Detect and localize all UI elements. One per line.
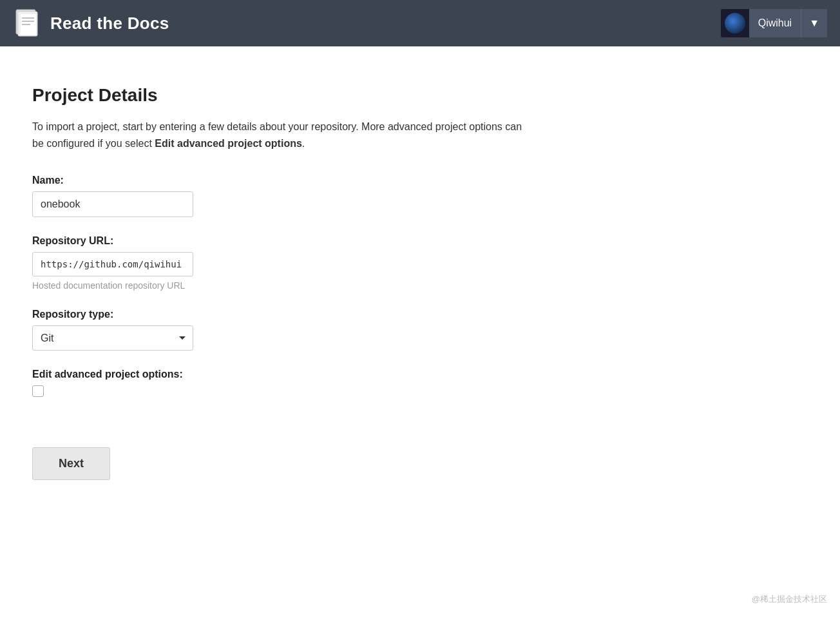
name-label: Name: [32,175,548,186]
repo-type-select[interactable]: Git Mercurial Subversion Bazaar [32,325,193,351]
repo-type-select-wrapper: Git Mercurial Subversion Bazaar [32,325,193,351]
username-button[interactable]: Qiwihui [749,9,801,37]
brand: Read the Docs [13,7,169,39]
advanced-options-label: Edit advanced project options: [32,369,548,380]
description-part2: . [302,138,305,149]
user-menu[interactable]: Qiwihui ▼ [721,9,827,37]
repo-url-hint: Hosted documentation repository URL [32,280,548,291]
repo-type-field-group: Repository type: Git Mercurial Subversio… [32,309,548,351]
app-title: Read the Docs [50,14,169,34]
description-bold: Edit advanced project options [155,138,301,149]
footer-watermark: @稀土掘金技术社区 [752,594,827,605]
user-dropdown-button[interactable]: ▼ [801,9,827,37]
advanced-options-checkbox[interactable] [32,385,44,397]
repo-url-input[interactable] [32,252,193,276]
advanced-options-group: Edit advanced project options: [32,369,548,397]
repo-url-label: Repository URL: [32,235,548,247]
main-content: Project Details To import a project, sta… [0,46,580,506]
advanced-checkbox-group [32,385,548,397]
app-header: Read the Docs Qiwihui ▼ [0,0,840,46]
avatar-circle [725,13,745,34]
description: To import a project, start by entering a… [32,119,535,151]
repo-type-label: Repository type: [32,309,548,320]
name-field-group: Name: [32,175,548,217]
name-input[interactable] [32,191,193,217]
next-button[interactable]: Next [32,447,110,480]
logo-icon [13,7,41,39]
page-title: Project Details [32,85,548,106]
user-avatar [721,9,749,37]
repo-url-field-group: Repository URL: Hosted documentation rep… [32,235,548,291]
